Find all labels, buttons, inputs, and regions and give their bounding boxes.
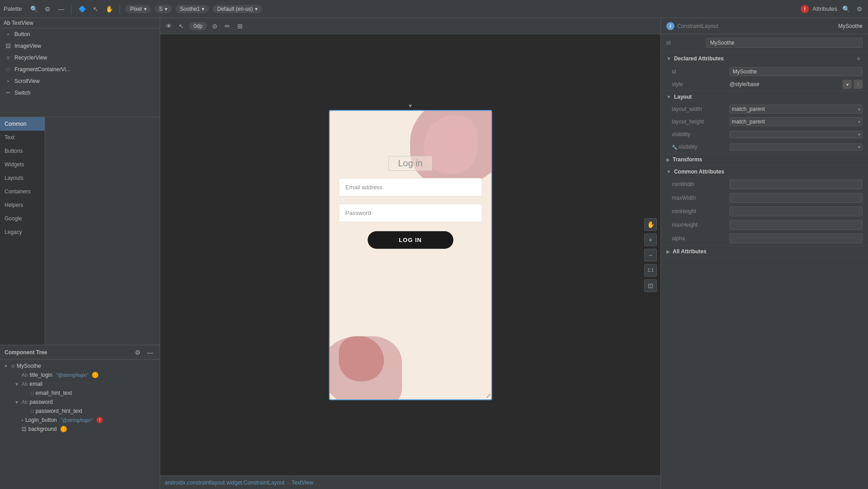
fit-btn[interactable]: ⊡: [644, 279, 657, 292]
search-icon[interactable]: 🔍: [29, 4, 39, 14]
transforms-section: ▶ Transforms: [661, 154, 868, 166]
all-section-header[interactable]: ▶ All Attributes: [661, 246, 868, 257]
login-button[interactable]: LOG IN: [368, 231, 453, 249]
locale-selector[interactable]: Default (en-us) ▾: [212, 5, 262, 13]
tree-item-background[interactable]: 🖼 background !: [0, 425, 160, 434]
maxheight-input[interactable]: [729, 220, 863, 230]
theme2-arrow: ▾: [202, 6, 204, 12]
zoom-in-btn[interactable]: −: [644, 249, 657, 261]
category-buttons[interactable]: Buttons: [0, 144, 45, 158]
common-section-header[interactable]: ▼ Common Attributes: [661, 166, 868, 178]
canvas-side-controls: ✋ + − 1:1 ⊡: [644, 218, 657, 292]
maxwidth-input[interactable]: [729, 193, 863, 203]
tree-label-background: background: [28, 426, 57, 432]
phone-frame: Log in Email address Password LOG IN: [329, 110, 492, 400]
add-btn[interactable]: +: [644, 233, 657, 246]
theme2-selector[interactable]: Soothe1 ▾: [175, 5, 209, 13]
zoom-control[interactable]: 0dp: [189, 22, 207, 30]
settings-icon[interactable]: ⚙: [42, 4, 52, 14]
visibility-wrench-row: 🔧 visibility ▾: [661, 141, 868, 153]
warning-badge-background: !: [60, 426, 67, 432]
declared-style-label: style: [672, 81, 726, 87]
category-containers[interactable]: Containers: [0, 185, 45, 198]
category-helpers[interactable]: Helpers: [0, 198, 45, 212]
tree-item-title-login[interactable]: Ab title_login "@string/login" !: [0, 370, 160, 379]
component-tree-panel: Component Tree ⚙ — ▼ ⊙ MySoothe Ab: [0, 345, 160, 489]
zoom-ratio-btn[interactable]: 1:1: [644, 264, 657, 277]
hand-tool-btn[interactable]: ✋: [644, 218, 657, 231]
email-field[interactable]: Email address: [339, 178, 482, 197]
category-legacy[interactable]: Legacy: [0, 225, 45, 239]
locale-label: Default (en-us): [217, 6, 253, 12]
tree-minus-icon[interactable]: —: [145, 347, 155, 357]
style-options-btn[interactable]: ⋮: [854, 80, 863, 89]
tree-settings-icon[interactable]: ⚙: [133, 347, 143, 357]
palette-item-fragmentcontainer[interactable]: □ FragmentContainerVi...: [0, 64, 160, 75]
tree-item-email-hint[interactable]: □ email_hint_text: [0, 388, 160, 398]
palette-item-recyclerview[interactable]: ≡ RecyclerView: [0, 52, 160, 64]
declared-section-header[interactable]: ▼ Declared Attributes +: [661, 52, 868, 65]
design-pen-icon[interactable]: ✏: [222, 21, 232, 31]
cursor-icon[interactable]: ↖: [91, 4, 101, 14]
panning-icon[interactable]: ✋: [104, 4, 114, 14]
attr-settings-icon[interactable]: ⚙: [854, 4, 864, 14]
category-layouts[interactable]: Layouts: [0, 171, 45, 185]
palette-item-scrollview[interactable]: ▪ ScrollView: [0, 75, 160, 87]
layout-section-header[interactable]: ▼ Layout: [661, 91, 868, 103]
layout-height-dropdown[interactable]: match_parent ▾: [729, 117, 863, 126]
category-text[interactable]: Text: [0, 131, 45, 144]
tree-icon-title: Ab: [22, 372, 28, 378]
id-value[interactable]: MySoothe: [706, 38, 863, 48]
declared-id-input[interactable]: MySoothe: [729, 67, 863, 76]
category-widgets[interactable]: Widgets: [0, 158, 45, 171]
minus-icon[interactable]: —: [56, 4, 66, 14]
error-badge-login-btn: !: [97, 417, 103, 423]
tree-item-email[interactable]: ▼ Ab email: [0, 379, 160, 388]
maxwidth-value: [729, 193, 863, 203]
layer-icon[interactable]: 🔷: [77, 4, 87, 14]
palette-item-imageview[interactable]: 🖼 ImageView: [0, 40, 160, 52]
device-selector[interactable]: Pixel ▾: [125, 5, 151, 13]
category-google[interactable]: Google: [0, 212, 45, 225]
design-path-icon[interactable]: ⊘: [210, 21, 220, 31]
design-align-icon[interactable]: ⊞: [235, 21, 245, 31]
textview-selected-label: Ab TextView: [4, 20, 33, 26]
layout-width-value: match_parent ▾: [729, 105, 863, 114]
password-field[interactable]: Password: [339, 204, 482, 222]
palette-items: [45, 117, 160, 345]
alpha-input[interactable]: [729, 233, 863, 243]
visibility-wrench-dropdown[interactable]: ▾: [729, 143, 863, 151]
tree-item-login-button[interactable]: ▪ LogIn_button "@string/login" !: [0, 416, 160, 425]
style-dropdown-arrow[interactable]: ▾: [843, 80, 852, 89]
design-eye-icon[interactable]: 👁: [164, 21, 174, 31]
error-indicator[interactable]: !: [801, 5, 809, 13]
layout-width-dropdown[interactable]: match_parent ▾: [729, 105, 863, 114]
minwidth-input[interactable]: [729, 179, 863, 189]
palette-item-switch[interactable]: •• Switch: [0, 87, 160, 99]
visibility-arrow: ▾: [858, 132, 860, 137]
declared-style-value-container: @style/base ▾ ⋮: [729, 80, 863, 89]
tree-label-login-btn: LogIn_button: [25, 417, 57, 423]
breadcrumb-separator: ›: [287, 480, 289, 486]
palette-item-button[interactable]: ▪ Button: [0, 28, 160, 40]
visibility-dropdown[interactable]: ▾: [729, 131, 863, 138]
common-section-title: Common Attributes: [674, 169, 725, 175]
tree-item-mysoothe[interactable]: ▼ ⊙ MySoothe: [0, 361, 160, 370]
transforms-section-header[interactable]: ▶ Transforms: [661, 154, 868, 165]
category-common[interactable]: Common: [0, 117, 45, 131]
design-cursor-icon[interactable]: ↖: [176, 21, 186, 31]
declared-attributes-section: ▼ Declared Attributes + id MySoothe styl…: [661, 52, 868, 91]
theme1-selector[interactable]: S ▾: [155, 5, 172, 13]
tree-item-password[interactable]: ▼ Ab password: [0, 398, 160, 407]
phone-container: ▼ Log in Email address Password LOG IN ⤢: [329, 110, 492, 400]
minheight-input[interactable]: [729, 206, 863, 216]
recyclerview-palette-icon: ≡: [5, 54, 12, 61]
attr-search-icon[interactable]: 🔍: [841, 4, 851, 14]
breadcrumb-view[interactable]: TextView: [292, 480, 314, 486]
layout-height-label: layout_height: [672, 119, 726, 125]
tree-item-password-hint[interactable]: □ password_hint_text: [0, 407, 160, 416]
style-dropdown[interactable]: @style/base ▾ ⋮: [729, 80, 863, 89]
declared-add-btn[interactable]: +: [854, 55, 863, 63]
breadcrumb-class[interactable]: androidx.constraintlayout.widget.Constra…: [165, 480, 285, 486]
constraint-info: i ConstraintLayout MySoothe: [666, 22, 863, 30]
